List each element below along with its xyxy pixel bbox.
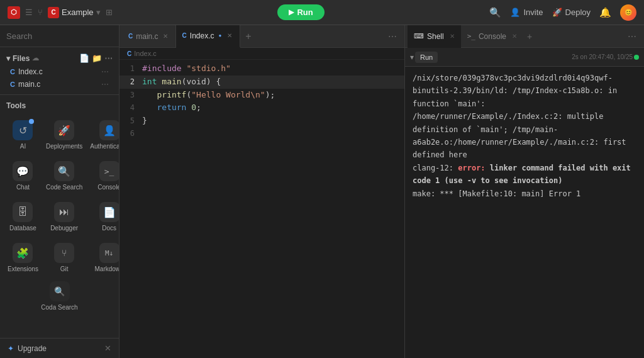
deploy-button[interactable]: 🚀 Deploy <box>552 8 591 17</box>
tool-docs[interactable]: 📄 Docs <box>87 197 119 235</box>
modified-dot: ● <box>219 33 222 38</box>
sidebar: ▾ Files ☁ 📄 📁 ⋯ C Index.c ⋯ <box>0 25 119 358</box>
file-item-main[interactable]: C main.c ⋯ <box>6 78 113 91</box>
close-tab-main[interactable]: ✕ <box>162 32 169 40</box>
run-timestamp: 2s on 20:47:40, 10/25 <box>572 53 633 60</box>
run-button[interactable]: Run <box>277 4 324 20</box>
tools-section: Tools ↺ AI 🚀 Deployments 👤 Authenticati.… <box>0 94 119 338</box>
avatar[interactable]: 😊 <box>620 4 636 21</box>
extensions-icon: 🧩 <box>13 243 33 263</box>
tool-git[interactable]: ⑂ Git <box>43 238 85 276</box>
output-line-1: /nix/store/039g378vc3pc3dvi9dzdlrd0i4q93… <box>413 72 636 110</box>
close-shell-tab[interactable]: ✕ <box>450 33 455 40</box>
shell-tab-more[interactable]: ⋯ <box>623 31 641 42</box>
run-tab[interactable]: Run <box>415 52 438 63</box>
output-line-2: /home/runner/Example/./Index.c:2: multip… <box>413 110 636 162</box>
add-shell-tab-button[interactable]: + <box>523 31 536 42</box>
auth-icon: 👤 <box>99 120 119 140</box>
chat-icon: 💬 <box>13 161 33 181</box>
close-icon[interactable]: ✕ <box>104 344 111 353</box>
replit-logo: ⬡ <box>8 6 20 19</box>
files-label: Files <box>13 54 30 63</box>
header-left: ⬡ ☰ ⑂ C Example ▾ ⊞ <box>8 6 113 19</box>
tab-index-c[interactable]: C Index.c ● ✕ <box>176 25 241 48</box>
tool-console[interactable]: >_ Console <box>87 156 119 194</box>
shell-tabs-bar: ⌨ Shell ✕ >_ Console ✕ + ⋯ <box>405 25 644 48</box>
tool-code-search[interactable]: 🔍 Code Search <box>43 156 85 194</box>
code-line-3: 3 printf("Hello World\n"); <box>119 89 404 102</box>
code-line-4: 4 return 0; <box>119 101 404 115</box>
output-line-4: make: *** [Makefile:10: main] Error 1 <box>413 187 636 200</box>
c-icon: C <box>128 33 133 40</box>
chevron-down-icon[interactable]: ▾ <box>410 53 414 62</box>
add-tab-button[interactable]: + <box>240 31 256 42</box>
search-icon[interactable]: 🔍 <box>489 7 501 18</box>
file-item-index[interactable]: C Index.c ⋯ <box>6 65 113 78</box>
tab-main-c[interactable]: C main.c ✕ <box>122 25 176 48</box>
console-tab-icon: >_ <box>467 32 475 40</box>
tool-debugger[interactable]: ⏭ Debugger <box>43 197 85 235</box>
shell-panel: ⌨ Shell ✕ >_ Console ✕ + ⋯ ▾ Run 2s on 2… <box>405 25 644 358</box>
sidebar-search-bar <box>0 25 119 47</box>
tool-database[interactable]: 🗄 Database <box>5 197 41 235</box>
code-line-5: 5 } <box>119 115 404 128</box>
tool-deployments[interactable]: 🚀 Deployments <box>43 115 85 154</box>
code-search-icon: 🔍 <box>54 161 74 181</box>
sidebar-toggle-icon[interactable]: ☰ <box>25 8 33 17</box>
header-center: Run <box>277 4 324 20</box>
close-tab-index[interactable]: ✕ <box>226 31 233 40</box>
files-section: ▾ Files ☁ 📄 📁 ⋯ C Index.c ⋯ <box>0 47 119 94</box>
grid-icon[interactable]: ⊞ <box>106 8 113 17</box>
database-icon: 🗄 <box>13 202 33 222</box>
debugger-icon: ⏭ <box>54 202 74 222</box>
editor-content[interactable]: 1 #include "stdio.h" 2 int main(void) { … <box>119 60 404 358</box>
upgrade-label: Upgrade <box>18 344 47 353</box>
project-logo: C <box>48 7 59 18</box>
c-file-icon: C <box>10 81 15 88</box>
tab-console[interactable]: >_ Console ✕ <box>461 25 523 48</box>
tab-more-button[interactable]: ⋯ <box>383 31 402 42</box>
close-console-tab[interactable]: ✕ <box>512 33 517 40</box>
file-more-icon[interactable]: ⋯ <box>101 80 109 89</box>
tool-authenticati[interactable]: 👤 Authenticati... <box>87 115 119 154</box>
tool-markdown[interactable]: M↓ Markdown <box>87 238 119 276</box>
tool-extensions[interactable]: 🧩 Extensions <box>5 238 41 276</box>
c-icon: C <box>127 50 131 57</box>
files-section-header[interactable]: ▾ Files ☁ 📄 📁 ⋯ <box>6 51 113 65</box>
code-line-6: 6 <box>119 128 404 140</box>
tools-section-header: Tools <box>5 99 114 115</box>
c-file-icon: C <box>10 68 15 76</box>
tab-shell[interactable]: ⌨ Shell ✕ <box>408 25 461 48</box>
branch-icon[interactable]: ⑂ <box>38 8 43 17</box>
more-icon[interactable]: ⋯ <box>104 53 113 63</box>
editor-tabs-bar: C main.c ✕ C Index.c ● ✕ + ⋯ <box>119 25 404 48</box>
shell-inner-tabs: ▾ Run 2s on 20:47:40, 10/25 <box>405 48 644 67</box>
user-plus-icon: 👤 <box>510 8 520 17</box>
tool-chat[interactable]: 💬 Chat <box>5 156 41 194</box>
main-layout: ▾ Files ☁ 📄 📁 ⋯ C Index.c ⋯ <box>0 25 644 358</box>
code-line-1: 1 #include "stdio.h" <box>119 62 404 76</box>
header-right: 🔍 👤 Invite 🚀 Deploy 🔔 😊 <box>489 4 636 21</box>
git-icon: ⑂ <box>54 243 74 263</box>
coda-search-icon: 🔍 <box>50 281 70 301</box>
chevron-down-icon: ▾ <box>6 54 10 63</box>
deployments-icon: 🚀 <box>54 120 74 140</box>
shell-output: /nix/store/039g378vc3pc3dvi9dzdlrd0i4q93… <box>405 67 644 358</box>
new-file-icon[interactable]: 📄 <box>79 53 89 63</box>
file-more-icon[interactable]: ⋯ <box>101 67 109 76</box>
coda-search-item[interactable]: 🔍 Coda Search <box>5 281 114 311</box>
project-name[interactable]: C Example ▾ <box>48 7 101 18</box>
upgrade-button[interactable]: ✦ Upgrade <box>8 344 47 353</box>
chevron-down-icon: ▾ <box>96 8 101 17</box>
markdown-icon: M↓ <box>99 243 119 263</box>
code-line-2: 2 int main(void) { <box>119 76 404 89</box>
ai-icon: ↺ <box>13 120 33 140</box>
header: ⬡ ☰ ⑂ C Example ▾ ⊞ Run 🔍 👤 Invite 🚀 Dep… <box>0 0 644 25</box>
deploy-icon: 🚀 <box>552 8 562 17</box>
bell-icon[interactable]: 🔔 <box>599 7 611 18</box>
new-folder-icon[interactable]: 📁 <box>92 53 102 63</box>
upgrade-bar: ✦ Upgrade ✕ <box>0 338 119 358</box>
search-input[interactable] <box>6 31 113 41</box>
invite-button[interactable]: 👤 Invite <box>510 8 543 17</box>
tool-ai[interactable]: ↺ AI <box>5 115 41 154</box>
